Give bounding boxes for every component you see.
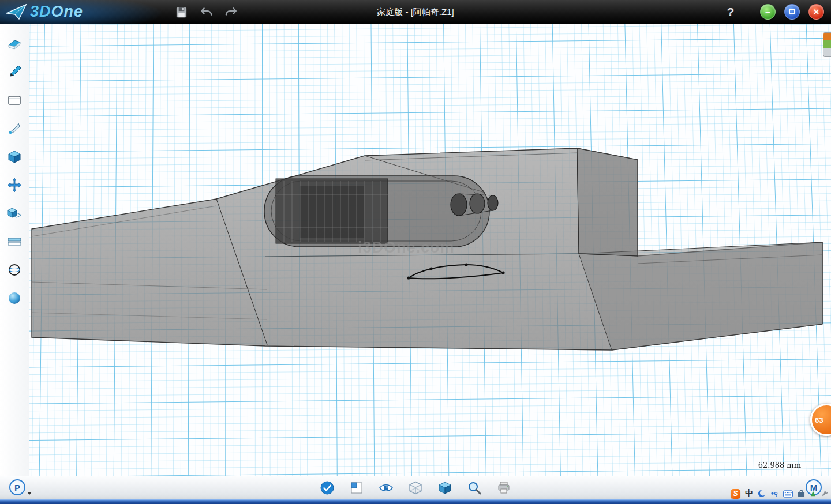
ime-softkeyboard-icon[interactable] [783, 490, 793, 498]
taskbar-edge[interactable] [0, 499, 831, 504]
bottom-toolbar: P [0, 476, 831, 499]
cube-icon [7, 149, 22, 164]
trim-knife-icon [7, 121, 22, 136]
ime-skin-icon[interactable] [810, 490, 817, 497]
wireframe-display-button[interactable] [407, 480, 424, 496]
app-logo: 3DOne [6, 3, 83, 21]
part-mode-dropdown-caret[interactable] [27, 492, 32, 495]
ime-toolbox-icon[interactable] [798, 490, 805, 497]
sketch-point[interactable] [429, 267, 432, 270]
sphere-icon [7, 291, 22, 306]
eye-icon [379, 480, 394, 495]
viewport[interactable]: i3DOne.com 62.988 mm 63 [29, 24, 831, 476]
badge-count: 63 [815, 416, 823, 424]
main-area: i3DOne.com 62.988 mm 63 [0, 24, 831, 476]
save-icon [175, 6, 188, 19]
confirm-button[interactable] [319, 480, 335, 496]
wireframe-cube-icon [408, 480, 423, 495]
visibility-button[interactable] [378, 480, 394, 496]
model-canvas [29, 24, 831, 476]
shaded-display-button[interactable] [437, 480, 453, 496]
maximize-icon [789, 9, 795, 14]
section-tool-button[interactable] [4, 231, 25, 252]
shaded-cube-icon [437, 480, 452, 495]
paper-plane-logo-icon [6, 4, 27, 20]
sketch-rectangle-icon [7, 93, 22, 108]
left-toolbar [0, 24, 29, 476]
ime-tray: S 中 [731, 488, 828, 499]
combine-cubes-icon [7, 206, 22, 221]
circle-icon [7, 262, 22, 277]
sketch-point[interactable] [407, 276, 410, 279]
window-controls: − × [760, 4, 824, 20]
redo-icon [224, 6, 238, 19]
view-gizmo-partial[interactable] [823, 32, 831, 57]
ime-fullhalf-moon-icon[interactable] [758, 490, 766, 498]
move-arrows-icon [7, 178, 22, 193]
ime-lang-indicator[interactable]: 中 [745, 488, 753, 499]
brush-icon [7, 65, 22, 80]
datum-plane-icon [349, 480, 364, 495]
ime-punctuation-icon[interactable] [770, 491, 778, 497]
zoom-button[interactable] [466, 480, 482, 496]
titlebar: 3DOne 家庭版 - [阿帕奇.Z1] ? − [0, 0, 831, 24]
sketch-point[interactable] [501, 271, 504, 274]
print-button[interactable] [496, 480, 512, 496]
close-button[interactable]: × [808, 4, 824, 20]
redo-button[interactable] [224, 6, 238, 19]
titlebar-actions [175, 0, 238, 24]
view-controls [319, 480, 512, 496]
brush-tool-button[interactable] [4, 62, 25, 82]
sketch-rectangle-tool-button[interactable] [4, 90, 25, 111]
minimize-button[interactable]: − [760, 4, 776, 20]
undo-icon [200, 6, 213, 19]
paint-block-tool-button[interactable] [4, 33, 25, 54]
datum-plane-button[interactable] [349, 480, 365, 496]
sphere-tool-button[interactable] [4, 288, 25, 309]
paint-block-icon [7, 36, 22, 51]
part-mode-button[interactable]: P [9, 479, 25, 495]
ime-settings-wrench-icon[interactable] [821, 490, 828, 497]
maximize-button[interactable] [784, 4, 800, 20]
save-button[interactable] [175, 6, 188, 19]
move-tool-button[interactable] [4, 175, 25, 195]
model-3d-body[interactable] [32, 148, 822, 350]
printer-icon [496, 480, 511, 495]
basic-solid-cube-tool-button[interactable] [4, 146, 25, 167]
help-button[interactable]: ? [723, 4, 739, 20]
revolve-circle-tool-button[interactable] [4, 259, 25, 280]
app-name: 3DOne [30, 3, 83, 21]
ime-sogou-icon[interactable]: S [731, 489, 740, 499]
sketch-point[interactable] [465, 263, 467, 266]
combine-solids-tool-button[interactable] [4, 203, 25, 224]
window-title: 家庭版 - [阿帕奇.Z1] [0, 0, 831, 24]
magnifier-icon [467, 480, 482, 495]
measurement-readout: 62.988 mm [758, 461, 801, 469]
undo-button[interactable] [200, 6, 213, 19]
section-stripes-icon [7, 234, 22, 249]
trim-knife-tool-button[interactable] [4, 118, 25, 139]
confirm-check-icon [320, 480, 335, 495]
